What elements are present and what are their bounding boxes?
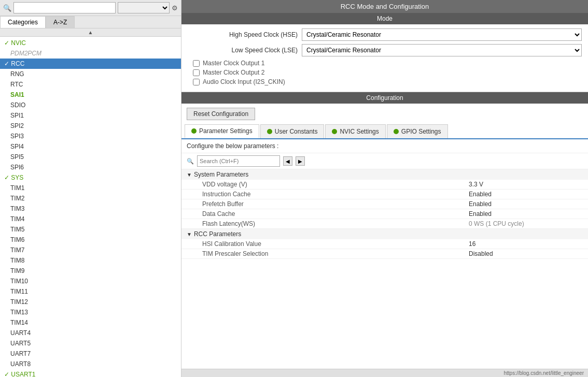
sidebar-item-SPI6[interactable]: SPI6 [0, 162, 181, 172]
config-header: Configuration [181, 92, 588, 104]
sidebar-item-RNG[interactable]: RNG [0, 69, 181, 79]
mco2-label: Master Clock Output 2 [203, 69, 264, 76]
params-list: ▼ System ParametersVDD voltage (V)3.3 VI… [181, 169, 588, 369]
tab-atoz[interactable]: A->Z [46, 16, 75, 28]
sidebar-item-SPI3[interactable]: SPI3 [0, 131, 181, 141]
mco2-row: Master Clock Output 2 [188, 69, 582, 76]
sidebar-filter-select[interactable] [118, 2, 170, 13]
config-tabs: Parameter Settings User Constants NVIC S… [181, 124, 588, 139]
param-value: 16 [469, 240, 583, 248]
tab-user-constants[interactable]: User Constants [260, 124, 325, 138]
param-value: 0 WS (1 CPU cycle) [469, 220, 583, 227]
param-search-input[interactable] [197, 155, 280, 167]
tab-parameter-settings[interactable]: Parameter Settings [185, 124, 259, 138]
param-value: Enabled [469, 210, 583, 218]
sidebar-item-UART5[interactable]: UART5 [0, 338, 181, 349]
param-group-1[interactable]: ▼ RCC Parameters [181, 229, 588, 239]
param-row: Flash Latency(WS)0 WS (1 CPU cycle) [181, 219, 588, 229]
hse-label: High Speed Clock (HSE) [188, 31, 302, 38]
sidebar-item-NVIC[interactable]: NVIC [0, 38, 181, 48]
hse-select[interactable]: Crystal/Ceramic Resonator Disable BYPASS… [302, 28, 582, 41]
sidebar-item-TIM2[interactable]: TIM2 [0, 193, 181, 204]
sidebar-collapse-arrow[interactable]: ▲ [0, 28, 181, 37]
panel-title: RCC Mode and Configuration [181, 0, 588, 13]
sidebar-item-UART7[interactable]: UART7 [0, 349, 181, 359]
param-row: Prefetch BufferEnabled [181, 199, 588, 209]
sidebar-item-TIM11[interactable]: TIM11 [0, 286, 181, 297]
reset-btn-row: Reset Configuration [181, 104, 588, 124]
param-settings-label: Parameter Settings [199, 127, 253, 135]
tab-categories[interactable]: Categories [0, 16, 46, 28]
param-value: Disabled [469, 250, 583, 257]
next-param-button[interactable]: ▶ [296, 156, 305, 166]
gear-icon[interactable]: ⚙ [172, 4, 178, 12]
sidebar-item-TIM10[interactable]: TIM10 [0, 276, 181, 286]
sidebar-item-SPI5[interactable]: SPI5 [0, 152, 181, 162]
param-value: Enabled [469, 191, 583, 198]
mode-section: Mode High Speed Clock (HSE) Crystal/Cera… [181, 13, 588, 92]
sidebar-item-TIM12[interactable]: TIM12 [0, 297, 181, 307]
chevron-down-icon: ▼ [187, 172, 192, 178]
sidebar-item-TIM14[interactable]: TIM14 [0, 317, 181, 328]
sidebar-item-RCC[interactable]: RCC [0, 59, 181, 69]
sidebar-item-TIM7[interactable]: TIM7 [0, 245, 181, 255]
chevron-down-icon: ▼ [187, 231, 192, 237]
sidebar-search-bar: 🔍 ⚙ [0, 0, 181, 16]
param-search-icon: 🔍 [187, 158, 194, 165]
bottom-bar: https://blog.csdn.net/little_engineer [181, 369, 588, 377]
sidebar-item-SPI2[interactable]: SPI2 [0, 121, 181, 131]
sidebar-search-input[interactable] [13, 2, 116, 13]
sidebar-item-SYS[interactable]: SYS [0, 172, 181, 183]
sidebar-item-TIM6[interactable]: TIM6 [0, 235, 181, 245]
sidebar-item-TIM4[interactable]: TIM4 [0, 214, 181, 224]
user-constants-label: User Constants [275, 128, 318, 135]
param-name: Data Cache [202, 210, 469, 218]
sidebar-item-TIM3[interactable]: TIM3 [0, 204, 181, 214]
sidebar-item-UART4[interactable]: UART4 [0, 328, 181, 338]
nvic-settings-label: NVIC Settings [340, 128, 379, 135]
mode-header: Mode [181, 13, 588, 24]
tab-gpio-settings[interactable]: GPIO Settings [387, 124, 448, 138]
sidebar-item-TIM1[interactable]: TIM1 [0, 183, 181, 193]
sidebar-item-SPI1[interactable]: SPI1 [0, 110, 181, 121]
audio-clk-checkbox[interactable] [193, 79, 200, 85]
sidebar-item-PDM2PCM[interactable]: PDM2PCM [0, 48, 181, 59]
prev-param-button[interactable]: ◀ [283, 156, 292, 166]
param-row: TIM Prescaler SelectionDisabled [181, 249, 588, 259]
mode-body: High Speed Clock (HSE) Crystal/Ceramic R… [181, 24, 588, 92]
sidebar-item-SAI1[interactable]: SAI1 [0, 90, 181, 100]
sidebar-item-TIM9[interactable]: TIM9 [0, 266, 181, 276]
mco1-checkbox[interactable] [193, 60, 200, 67]
hse-row: High Speed Clock (HSE) Crystal/Ceramic R… [188, 28, 582, 41]
sidebar-item-RTC[interactable]: RTC [0, 79, 181, 90]
sidebar-item-TIM5[interactable]: TIM5 [0, 224, 181, 235]
param-name: Prefetch Buffer [202, 200, 469, 208]
param-value: Enabled [469, 200, 583, 208]
sidebar-item-TIM13[interactable]: TIM13 [0, 307, 181, 317]
sidebar-item-TIM8[interactable]: TIM8 [0, 255, 181, 266]
mco1-label: Master Clock Output 1 [203, 60, 264, 67]
main-layout: 🔍 ⚙ Categories A->Z ▲ NVICPDM2PCMRCCRNGR… [0, 0, 588, 377]
gpio-settings-label: GPIO Settings [401, 128, 441, 135]
sidebar-list: NVICPDM2PCMRCCRNGRTCSAI1SDIOSPI1SPI2SPI3… [0, 37, 181, 377]
param-row: Instruction CacheEnabled [181, 190, 588, 199]
param-group-0[interactable]: ▼ System Parameters [181, 169, 588, 180]
mco2-checkbox[interactable] [193, 69, 200, 76]
param-name: VDD voltage (V) [202, 181, 469, 188]
sidebar-item-UART8[interactable]: UART8 [0, 359, 181, 369]
param-row: HSI Calibration Value16 [181, 239, 588, 249]
sidebar-item-SPI4[interactable]: SPI4 [0, 141, 181, 152]
param-name: TIM Prescaler Selection [202, 250, 469, 257]
audio-clk-row: Audio Clock Input (I2S_CKIN) [188, 78, 582, 85]
configure-text: Configure the below parameters : [181, 139, 588, 153]
config-section: Configuration Reset Configuration Parame… [181, 92, 588, 369]
param-settings-dot [191, 128, 197, 134]
reset-config-button[interactable]: Reset Configuration [187, 108, 255, 120]
tab-nvic-settings[interactable]: NVIC Settings [325, 124, 385, 138]
lse-select[interactable]: Crystal/Ceramic Resonator Disable BYPASS… [302, 44, 582, 56]
param-name: HSI Calibration Value [202, 240, 469, 248]
param-name: Flash Latency(WS) [202, 220, 469, 227]
gpio-settings-dot [394, 129, 399, 134]
sidebar-item-SDIO[interactable]: SDIO [0, 100, 181, 110]
sidebar-item-USART1[interactable]: USART1 [0, 369, 181, 377]
